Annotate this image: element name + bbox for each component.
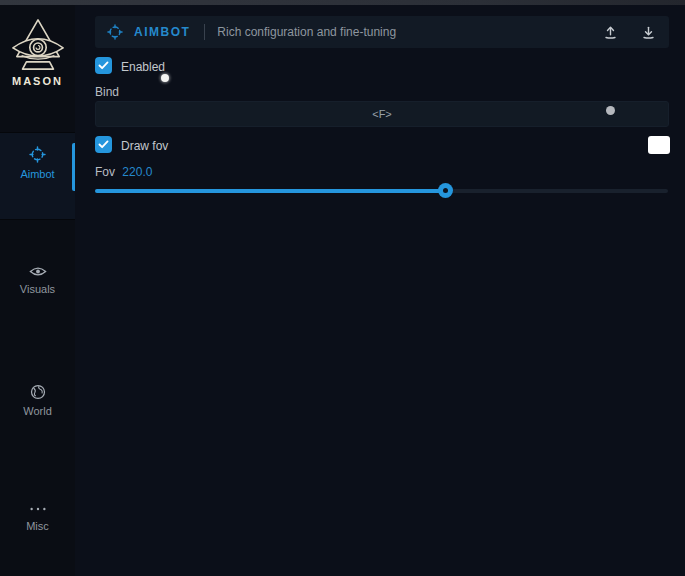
sidebar-item-visuals[interactable]: Visuals [0, 259, 75, 295]
window-top-edge [0, 0, 685, 5]
import-config-button[interactable] [639, 23, 657, 41]
mason-menu-window: MASON Aimbot [0, 0, 685, 576]
bind-key-value: <F> [372, 108, 392, 120]
fov-color-swatch[interactable] [648, 136, 670, 154]
brand-name: MASON [0, 75, 75, 87]
sidebar-item-aimbot[interactable]: Aimbot [0, 132, 75, 220]
mouse-cursor-dot [161, 74, 169, 82]
globe-icon [0, 384, 75, 400]
eye-icon [0, 265, 75, 278]
check-icon [98, 140, 109, 149]
page-subtitle: Rich configuration and fine-tuning [217, 25, 396, 39]
fov-slider-fill [95, 189, 445, 193]
sidebar-item-label: Visuals [0, 283, 75, 295]
active-tab-indicator [72, 143, 75, 191]
bind-key-field[interactable]: <F> [95, 101, 669, 127]
enabled-checkbox[interactable] [95, 57, 112, 74]
fov-value: 220.0 [122, 165, 152, 179]
upload-icon [603, 25, 618, 40]
draw-fov-label: Draw fov [121, 139, 168, 153]
bind-label: Bind [95, 85, 119, 99]
check-icon [98, 61, 109, 70]
fov-slider-handle[interactable] [438, 183, 453, 198]
fov-value-row: Fov 220.0 [95, 165, 152, 179]
sidebar-item-misc[interactable]: Misc [0, 497, 75, 532]
crosshair-icon [107, 24, 123, 40]
draw-fov-checkbox[interactable] [95, 136, 112, 153]
page-title: AIMBOT [134, 25, 190, 39]
brand-logo: MASON [0, 17, 75, 87]
enabled-label: Enabled [121, 60, 165, 74]
sidebar-item-label: Aimbot [0, 168, 75, 180]
sidebar-item-label: World [0, 405, 75, 417]
eye-pyramid-logo-icon [9, 17, 67, 73]
header-divider [204, 24, 205, 40]
export-config-button[interactable] [601, 23, 619, 41]
sidebar-item-world[interactable]: World [0, 378, 75, 417]
page-header: AIMBOT Rich configuration and fine-tunin… [95, 16, 669, 48]
ellipsis-icon [0, 503, 75, 515]
crosshair-icon [0, 133, 75, 163]
config-actions [601, 23, 657, 41]
sidebar-item-label: Misc [0, 520, 75, 532]
download-icon [641, 25, 656, 40]
fov-label: Fov [95, 165, 115, 179]
sidebar: MASON Aimbot [0, 5, 75, 576]
fov-slider[interactable] [95, 183, 668, 198]
